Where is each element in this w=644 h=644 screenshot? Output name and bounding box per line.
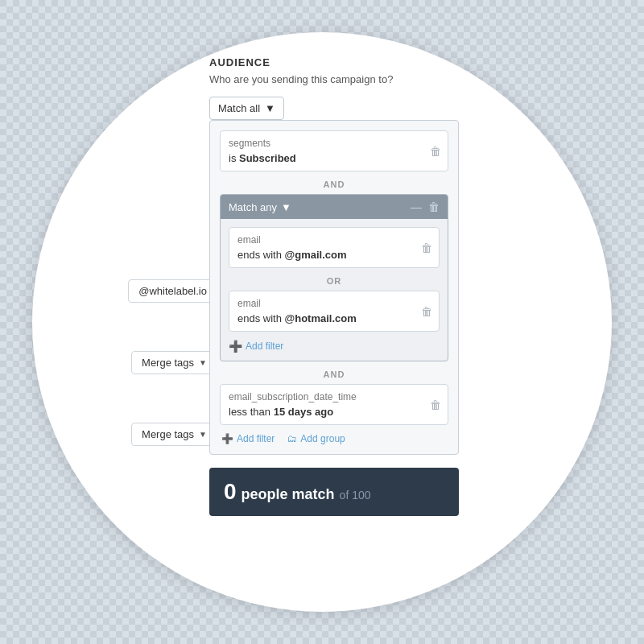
date-filter-prefix: less than — [229, 406, 274, 418]
segment-filter-label: segments — [229, 138, 440, 149]
segment-filter-prefix: is — [229, 152, 239, 164]
add-group-link[interactable]: 🗂 Add group — [287, 433, 345, 444]
segment-filter-bold: Subscribed — [239, 152, 296, 164]
gmail-filter-label: email — [237, 234, 431, 246]
add-group-label: Add group — [300, 433, 345, 444]
hotmail-filter-delete-icon[interactable]: 🗑 — [421, 305, 432, 318]
segment-filter-delete-icon[interactable]: 🗑 — [430, 145, 441, 158]
gmail-filter-value: ends with @gmail.com — [237, 249, 431, 261]
inner-group-delete-icon[interactable]: 🗑 — [428, 200, 440, 213]
match-all-label: Match all — [218, 102, 260, 114]
audience-subtitle: Who are you sending this campaign to? — [209, 73, 515, 85]
left-panel: @whitelabel.io Merge tags ▼ Merge tags ▼ — [56, 32, 217, 612]
and-connector-1: AND — [220, 180, 448, 189]
inner-add-filter-icon: ➕ — [229, 340, 242, 353]
audience-title: AUDIENCE — [209, 56, 515, 68]
inner-add-filter-link[interactable]: ➕ Add filter — [229, 340, 440, 353]
date-filter-delete-icon[interactable]: 🗑 — [430, 398, 441, 411]
segment-filter-value: is Subscribed — [229, 152, 440, 164]
add-filter-link[interactable]: ➕ Add filter — [221, 433, 275, 444]
and-connector-2: AND — [220, 369, 448, 379]
match-all-arrow-icon: ▼ — [265, 102, 275, 114]
merge-tags-1-button[interactable]: Merge tags ▼ — [131, 351, 217, 374]
or-connector: OR — [229, 276, 440, 286]
hotmail-filter-label: email — [237, 298, 431, 309]
inner-add-filter-label: Add filter — [246, 341, 283, 352]
inner-group-body: email ends with @gmail.com 🗑 OR email en… — [221, 219, 448, 361]
match-count-bar: 0 people match of 100 — [209, 468, 459, 516]
hotmail-filter-row: email ends with @hotmail.com 🗑 — [229, 291, 440, 332]
match-any-arrow-icon: ▼ — [281, 201, 291, 213]
segment-filter-row: segments is Subscribed 🗑 — [220, 130, 448, 171]
match-count-number: 0 — [224, 479, 237, 505]
whitelabel-label: @whitelabel.io — [128, 279, 217, 303]
date-filter-row: email_subscription_date_time less than 1… — [220, 384, 448, 425]
match-any-label: Match any — [229, 201, 277, 213]
merge-tags-2-arrow-icon: ▼ — [199, 430, 207, 439]
hotmail-filter-prefix: ends with — [237, 312, 285, 324]
gmail-filter-delete-icon[interactable]: 🗑 — [421, 242, 432, 254]
add-filter-label: Add filter — [237, 433, 275, 444]
merge-tags-1-arrow-icon: ▼ — [199, 358, 207, 367]
inner-group-box: Match any ▼ — 🗑 email ends with @gmail.c… — [220, 194, 448, 361]
gmail-filter-bold: @gmail.com — [285, 249, 347, 261]
inner-group-minus-icon[interactable]: — — [411, 200, 422, 213]
audience-panel: AUDIENCE Who are you sending this campai… — [209, 56, 515, 516]
add-group-icon: 🗂 — [287, 433, 297, 444]
match-all-dropdown[interactable]: Match all ▼ — [209, 97, 284, 120]
add-filter-icon: ➕ — [221, 433, 233, 444]
merge-tags-2-button[interactable]: Merge tags ▼ — [131, 423, 217, 446]
date-filter-value: less than 15 days ago — [229, 406, 440, 418]
inner-group-actions: — 🗑 — [411, 200, 440, 213]
gmail-filter-row: email ends with @gmail.com 🗑 — [229, 227, 440, 268]
date-filter-bold: 15 days ago — [274, 406, 333, 418]
hotmail-filter-bold: @hotmail.com — [285, 312, 357, 324]
inner-group-header: Match any ▼ — 🗑 — [221, 195, 448, 219]
hotmail-filter-value: ends with @hotmail.com — [237, 312, 431, 324]
outer-filter-box: segments is Subscribed 🗑 AND Match any ▼… — [209, 120, 459, 455]
match-any-dropdown[interactable]: Match any ▼ — [229, 201, 291, 213]
match-count-text: people match — [242, 486, 335, 503]
match-count-of: of 100 — [340, 489, 371, 502]
main-circle: @whitelabel.io Merge tags ▼ Merge tags ▼… — [32, 32, 612, 612]
bottom-actions: ➕ Add filter 🗂 Add group — [220, 433, 448, 444]
date-filter-label: email_subscription_date_time — [229, 391, 440, 402]
gmail-filter-prefix: ends with — [237, 249, 285, 261]
